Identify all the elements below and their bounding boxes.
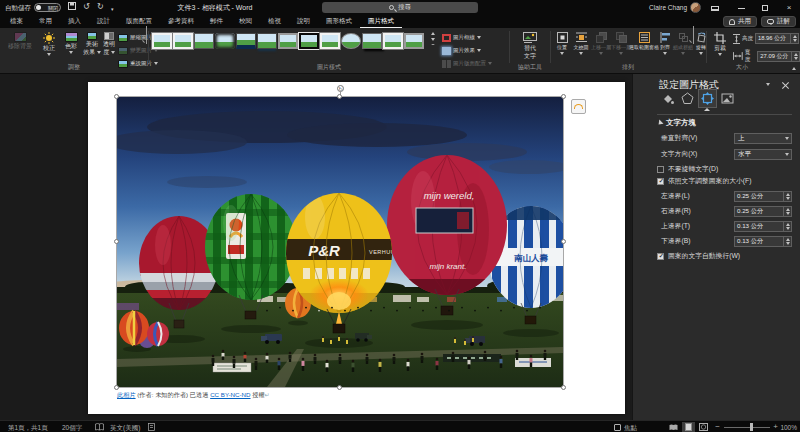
tab-home[interactable]: 常用: [31, 15, 60, 29]
section-text-box[interactable]: 文字方塊: [657, 118, 696, 128]
zoom-out-icon[interactable]: −: [715, 422, 720, 431]
save-icon[interactable]: [68, 2, 76, 13]
autosave-toggle[interactable]: 關閉: [34, 3, 61, 12]
picture-styles-dialog-launcher-icon[interactable]: [146, 26, 147, 44]
spinner-icon[interactable]: [783, 207, 791, 216]
style-thumbnail[interactable]: [257, 33, 277, 49]
tab-design[interactable]: 設計: [89, 15, 118, 29]
tab-view[interactable]: 檢視: [260, 15, 289, 29]
zoom-level[interactable]: 100%: [780, 424, 797, 431]
spinner-icon[interactable]: [783, 237, 791, 246]
style-thumbnail[interactable]: [299, 33, 319, 49]
share-button[interactable]: 共用: [723, 16, 757, 27]
align-button[interactable]: 對齊: [657, 32, 673, 55]
style-thumbnail[interactable]: [362, 33, 382, 49]
layout-options-button[interactable]: [571, 99, 586, 114]
accessibility-checker-icon[interactable]: [148, 423, 155, 432]
tab-references[interactable]: 參考資料: [160, 15, 202, 29]
tab-review[interactable]: 校閱: [231, 15, 260, 29]
tab-effects[interactable]: [679, 90, 696, 107]
corrections-button[interactable]: 校正: [39, 32, 59, 56]
print-layout-button[interactable]: [682, 422, 695, 432]
selection-handle[interactable]: [337, 94, 342, 99]
pane-close-icon[interactable]: [781, 81, 790, 90]
style-thumbnail[interactable]: [404, 33, 424, 49]
tab-layout[interactable]: 版面配置: [118, 15, 160, 29]
qat-customize-icon[interactable]: ▾: [111, 4, 114, 14]
caption-link-photo[interactable]: 此相片: [117, 391, 136, 398]
close-button[interactable]: ×: [782, 3, 796, 13]
style-thumbnail[interactable]: [383, 33, 403, 49]
selection-handle[interactable]: [114, 239, 119, 244]
size-dialog-launcher-icon[interactable]: [693, 26, 694, 44]
tab-picture-format[interactable]: 圖片格式: [360, 15, 402, 29]
vertical-alignment-select[interactable]: 上: [734, 133, 792, 144]
caption-link-license[interactable]: CC BY-NC-ND: [210, 391, 250, 398]
tab-file[interactable]: 檔案: [2, 15, 31, 29]
gallery-more-icon[interactable]: [431, 44, 435, 46]
alt-text-button[interactable]: 替代 文字: [516, 32, 544, 60]
focus-button[interactable]: 焦點: [614, 424, 637, 432]
picture-border-button[interactable]: 圖片框線: [442, 31, 492, 44]
selection-pane-button[interactable]: 選取範圍窗格: [631, 32, 657, 55]
send-backward-button[interactable]: 下移一層: [611, 32, 631, 55]
spinner-icon[interactable]: [783, 222, 791, 231]
redo-icon[interactable]: ↻: [97, 2, 104, 12]
tab-picture[interactable]: [719, 90, 736, 107]
tab-shape-format[interactable]: 圖形格式: [318, 15, 360, 29]
group-button[interactable]: 組成群組: [673, 32, 693, 55]
top-margin-input[interactable]: 0.13 公分: [734, 221, 792, 232]
picture-styles-gallery[interactable]: [152, 33, 424, 49]
wrap-text-button[interactable]: 文繞圖: [571, 32, 591, 55]
width-spinner[interactable]: [791, 52, 799, 61]
tab-fill-line[interactable]: [659, 90, 676, 107]
bring-forward-button[interactable]: 上移一層: [591, 32, 611, 55]
page-info[interactable]: 第1頁，共1頁: [8, 424, 48, 432]
width-input[interactable]: 27.09 公分: [757, 51, 800, 62]
collapse-ribbon-icon[interactable]: [792, 67, 796, 70]
style-thumbnail[interactable]: [236, 33, 256, 49]
picture-effects-button[interactable]: 圖片效果: [442, 44, 492, 57]
text-direction-select[interactable]: 水平: [734, 149, 792, 160]
zoom-slider[interactable]: [724, 427, 770, 428]
style-thumbnail[interactable]: [320, 33, 340, 49]
web-layout-button[interactable]: [697, 422, 710, 432]
tab-insert[interactable]: 插入: [60, 15, 89, 29]
undo-icon[interactable]: ↺: [83, 2, 90, 12]
selection-handle[interactable]: [337, 385, 342, 390]
tab-mailings[interactable]: 郵件: [202, 15, 231, 29]
document-page[interactable]: 南山人壽: [88, 82, 625, 414]
crop-button[interactable]: 剪裁: [710, 32, 730, 56]
gallery-down-icon[interactable]: [431, 38, 435, 41]
spinner-icon[interactable]: [783, 192, 791, 201]
zoom-in-icon[interactable]: +: [773, 422, 778, 431]
right-margin-input[interactable]: 0.25 公分: [734, 206, 792, 217]
selection-handle[interactable]: [561, 94, 566, 99]
style-thumbnail[interactable]: [215, 33, 235, 49]
selection-handle[interactable]: [561, 239, 566, 244]
restore-button[interactable]: [758, 3, 772, 13]
selected-picture[interactable]: 南山人壽: [117, 97, 563, 387]
avatar[interactable]: [690, 2, 701, 13]
search-box[interactable]: 搜尋: [322, 2, 478, 13]
height-spinner[interactable]: [790, 34, 798, 43]
left-margin-input[interactable]: 0.25 公分: [734, 191, 792, 202]
word-count[interactable]: 20個字: [62, 424, 82, 432]
position-button[interactable]: 位置: [553, 32, 571, 55]
remove-background-button[interactable]: 移除背景: [4, 32, 36, 50]
ribbon-display-options-icon[interactable]: [708, 3, 722, 13]
language-status[interactable]: 英文(美國): [110, 424, 140, 432]
comments-button[interactable]: 註解: [761, 16, 796, 27]
style-thumbnail[interactable]: [278, 33, 298, 49]
artistic-effects-button[interactable]: 美術 效果: [83, 32, 101, 56]
height-input[interactable]: 18.96 公分: [755, 33, 799, 44]
gallery-up-icon[interactable]: [431, 32, 435, 35]
read-mode-button[interactable]: [667, 422, 680, 432]
resize-shape-checkbox[interactable]: 依照文字調整圖案的大小(F): [657, 176, 751, 186]
tab-layout-properties[interactable]: [699, 90, 716, 107]
style-thumbnail[interactable]: [194, 33, 214, 49]
zoom-slider-thumb[interactable]: [750, 423, 753, 431]
wrap-text-in-shape-checkbox[interactable]: 圖案的文字自動換行(W): [657, 251, 740, 261]
tab-help[interactable]: 說明: [289, 15, 318, 29]
color-button[interactable]: 色彩: [61, 32, 81, 54]
